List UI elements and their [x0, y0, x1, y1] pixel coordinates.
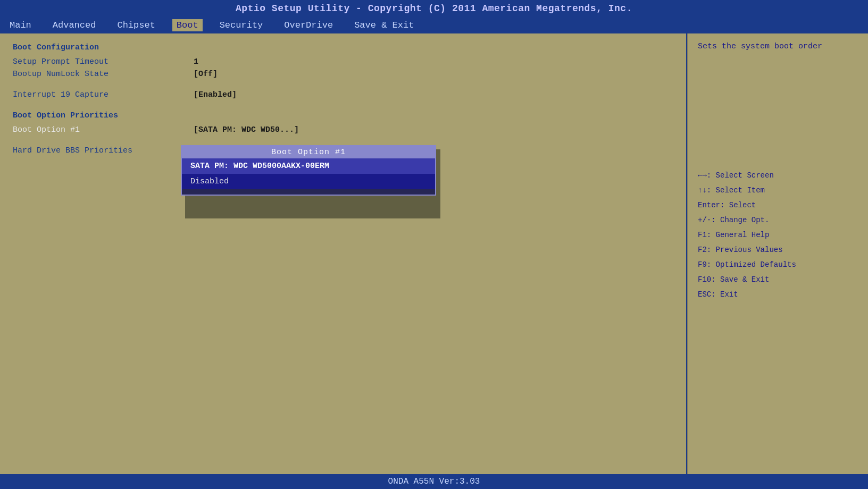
key-help-change: +/-: Change Opt.	[698, 213, 858, 227]
popup-title: Boot Option #1	[182, 146, 435, 158]
popup-item-sata[interactable]: SATA PM: WDC WD5000AAKX-00ERM	[182, 158, 435, 174]
hdd-priorities-label[interactable]: Hard Drive BBS Priorities	[13, 146, 194, 155]
section-boot-config-label: Boot Configuration	[13, 43, 99, 52]
key-help: ←→: Select Screen ↑↓: Select Item Enter:…	[698, 168, 858, 302]
row-interrupt: Interrupt 19 Capture [Enabled]	[13, 90, 673, 99]
numlock-label: Bootup NumLock State	[13, 70, 194, 79]
menu-bar: Main Advanced Chipset Boot Security Over…	[0, 17, 868, 33]
setup-prompt-timeout-label: Setup Prompt Timeout	[13, 57, 194, 66]
key-help-f2: F2: Previous Values	[698, 242, 858, 257]
footer: ONDA A55N Ver:3.03	[0, 474, 868, 489]
section-boot-priorities: Boot Option Priorities	[13, 111, 673, 122]
left-panel: Boot Configuration Setup Prompt Timeout …	[0, 33, 687, 474]
popup-box: Boot Option #1 SATA PM: WDC WD5000AAKX-0…	[181, 145, 436, 196]
key-help-f9: F9: Optimized Defaults	[698, 257, 858, 272]
menu-item-save-exit[interactable]: Save & Exit	[350, 19, 418, 31]
key-help-f10: F10: Save & Exit	[698, 272, 858, 287]
menu-item-advanced[interactable]: Advanced	[48, 19, 101, 31]
main-content: Boot Configuration Setup Prompt Timeout …	[0, 33, 868, 474]
right-panel: Sets the system boot order ←→: Select Sc…	[687, 33, 868, 474]
hint-text: Sets the system boot order	[698, 42, 858, 51]
interrupt-label: Interrupt 19 Capture	[13, 90, 194, 99]
menu-item-main[interactable]: Main	[5, 19, 36, 31]
key-help-enter: Enter: Select	[698, 198, 858, 213]
menu-item-security[interactable]: Security	[215, 19, 268, 31]
boot-option1-value: [SATA PM: WDC WD50...]	[194, 125, 299, 134]
popup-item-disabled[interactable]: Disabled	[182, 174, 435, 189]
footer-text: ONDA A55N Ver:3.03	[388, 477, 480, 486]
title-bar: Aptio Setup Utility - Copyright (C) 2011…	[0, 0, 868, 17]
bios-screen: Aptio Setup Utility - Copyright (C) 2011…	[0, 0, 868, 489]
boot-option1-label[interactable]: Boot Option #1	[13, 125, 194, 134]
menu-item-chipset[interactable]: Chipset	[113, 19, 159, 31]
title-text: Aptio Setup Utility - Copyright (C) 2011…	[236, 3, 632, 14]
menu-item-boot[interactable]: Boot	[172, 19, 203, 31]
key-help-select-item: ↑↓: Select Item	[698, 183, 858, 198]
popup-overlay: Boot Option #1 SATA PM: WDC WD5000AAKX-0…	[181, 145, 436, 196]
key-help-esc: ESC: Exit	[698, 287, 858, 302]
row-boot-option1: Boot Option #1 [SATA PM: WDC WD50...]	[13, 125, 673, 134]
key-help-f1: F1: General Help	[698, 227, 858, 242]
row-setup-prompt: Setup Prompt Timeout 1	[13, 57, 673, 66]
interrupt-value: [Enabled]	[194, 90, 237, 99]
numlock-value: [Off]	[194, 70, 218, 79]
menu-item-overdrive[interactable]: OverDrive	[280, 19, 337, 31]
row-numlock: Bootup NumLock State [Off]	[13, 70, 673, 79]
boot-priorities-label: Boot Option Priorities	[13, 111, 118, 120]
key-help-select-screen: ←→: Select Screen	[698, 168, 858, 183]
section-boot-config: Boot Configuration	[13, 43, 673, 54]
setup-prompt-timeout-value: 1	[194, 57, 198, 66]
